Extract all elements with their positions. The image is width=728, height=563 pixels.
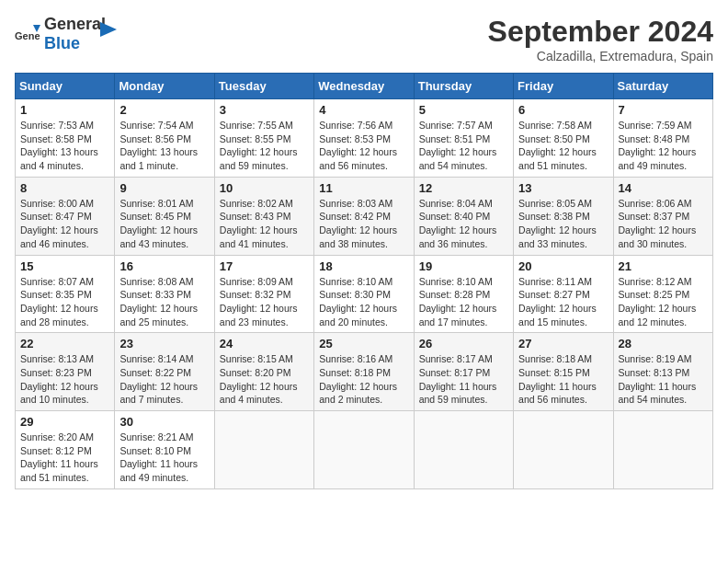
daylight-label: Daylight: 12 hours and 33 minutes. xyxy=(518,224,597,249)
title-block: September 2024 Calzadilla, Extremadura, … xyxy=(488,15,713,63)
sunset-label: Sunset: 8:25 PM xyxy=(619,289,690,300)
sunrise-label: Sunrise: 7:58 AM xyxy=(518,120,592,131)
day-info: Sunrise: 8:08 AM Sunset: 8:33 PM Dayligh… xyxy=(119,275,209,329)
daylight-label: Daylight: 12 hours and 41 minutes. xyxy=(220,224,298,249)
daylight-label: Daylight: 12 hours and 54 minutes. xyxy=(419,146,497,171)
day-info: Sunrise: 7:58 AM Sunset: 8:50 PM Dayligh… xyxy=(518,119,608,173)
month-title: September 2024 xyxy=(488,15,713,49)
day-number: 27 xyxy=(518,337,608,350)
sunset-label: Sunset: 8:17 PM xyxy=(419,367,491,378)
day-number: 23 xyxy=(119,337,209,350)
day-info: Sunrise: 8:18 AM Sunset: 8:15 PM Dayligh… xyxy=(518,352,608,407)
daylight-label: Daylight: 12 hours and 4 minutes. xyxy=(220,381,298,406)
calendar-cell: 18 Sunrise: 8:10 AM Sunset: 8:30 PM Dayl… xyxy=(314,255,414,333)
day-number: 3 xyxy=(220,103,309,117)
sunrise-label: Sunrise: 8:20 AM xyxy=(20,431,94,442)
sunrise-label: Sunrise: 8:18 AM xyxy=(518,353,592,364)
day-info: Sunrise: 8:03 AM Sunset: 8:42 PM Dayligh… xyxy=(319,197,408,251)
day-info: Sunrise: 8:10 AM Sunset: 8:30 PM Dayligh… xyxy=(319,275,408,329)
day-info: Sunrise: 8:07 AM Sunset: 8:35 PM Dayligh… xyxy=(20,275,109,329)
calendar-row: 8 Sunrise: 8:00 AM Sunset: 8:47 PM Dayli… xyxy=(16,177,713,255)
daylight-label: Daylight: 12 hours and 36 minutes. xyxy=(419,224,497,249)
day-number: 11 xyxy=(319,181,408,195)
day-number: 13 xyxy=(518,181,608,195)
calendar-cell: 20 Sunrise: 8:11 AM Sunset: 8:27 PM Dayl… xyxy=(514,255,613,333)
daylight-label: Daylight: 12 hours and 51 minutes. xyxy=(518,146,597,171)
sunrise-label: Sunrise: 8:21 AM xyxy=(119,431,193,442)
day-number: 14 xyxy=(619,181,708,195)
day-number: 25 xyxy=(319,337,408,350)
day-info: Sunrise: 8:12 AM Sunset: 8:25 PM Dayligh… xyxy=(619,275,708,329)
logo-blue-text: Blue xyxy=(44,34,80,52)
sunrise-label: Sunrise: 7:59 AM xyxy=(619,120,692,131)
day-number: 18 xyxy=(319,259,408,273)
day-number: 15 xyxy=(20,259,109,273)
sunset-label: Sunset: 8:53 PM xyxy=(319,133,391,144)
daylight-label: Daylight: 12 hours and 17 minutes. xyxy=(419,303,497,327)
sunset-label: Sunset: 8:30 PM xyxy=(319,289,391,300)
daylight-label: Daylight: 12 hours and 46 minutes. xyxy=(20,224,98,249)
sunset-label: Sunset: 8:40 PM xyxy=(419,211,491,222)
sunrise-label: Sunrise: 7:53 AM xyxy=(20,120,94,131)
location: Calzadilla, Extremadura, Spain xyxy=(488,49,713,63)
daylight-label: Daylight: 12 hours and 10 minutes. xyxy=(20,381,98,406)
daylight-label: Daylight: 11 hours and 54 minutes. xyxy=(619,381,697,406)
calendar-cell: 10 Sunrise: 8:02 AM Sunset: 8:43 PM Dayl… xyxy=(214,177,313,255)
day-info: Sunrise: 7:57 AM Sunset: 8:51 PM Dayligh… xyxy=(419,119,508,173)
sunset-label: Sunset: 8:35 PM xyxy=(20,289,92,300)
col-tuesday: Tuesday xyxy=(214,74,313,99)
calendar-cell: 5 Sunrise: 7:57 AM Sunset: 8:51 PM Dayli… xyxy=(414,99,513,178)
daylight-label: Daylight: 13 hours and 1 minute. xyxy=(119,146,198,171)
col-wednesday: Wednesday xyxy=(314,74,414,99)
sunset-label: Sunset: 8:23 PM xyxy=(20,367,92,378)
calendar-cell: 23 Sunrise: 8:14 AM Sunset: 8:22 PM Dayl… xyxy=(115,333,214,411)
calendar-cell: 26 Sunrise: 8:17 AM Sunset: 8:17 PM Dayl… xyxy=(414,333,513,411)
sunset-label: Sunset: 8:58 PM xyxy=(20,133,92,144)
sunrise-label: Sunrise: 7:56 AM xyxy=(319,120,392,131)
calendar-row: 1 Sunrise: 7:53 AM Sunset: 8:58 PM Dayli… xyxy=(16,99,713,178)
sunrise-label: Sunrise: 8:00 AM xyxy=(20,198,94,209)
daylight-label: Daylight: 11 hours and 56 minutes. xyxy=(518,381,597,406)
day-info: Sunrise: 8:19 AM Sunset: 8:13 PM Dayligh… xyxy=(619,352,708,407)
calendar-row: 22 Sunrise: 8:13 AM Sunset: 8:23 PM Dayl… xyxy=(16,333,713,411)
day-info: Sunrise: 7:55 AM Sunset: 8:55 PM Dayligh… xyxy=(220,119,309,173)
sunrise-label: Sunrise: 8:16 AM xyxy=(319,353,392,364)
sunset-label: Sunset: 8:56 PM xyxy=(119,133,191,144)
calendar-cell: 11 Sunrise: 8:03 AM Sunset: 8:42 PM Dayl… xyxy=(314,177,414,255)
day-number: 9 xyxy=(119,181,209,195)
day-info: Sunrise: 8:16 AM Sunset: 8:18 PM Dayligh… xyxy=(319,352,408,407)
daylight-label: Daylight: 12 hours and 49 minutes. xyxy=(619,146,697,171)
sunrise-label: Sunrise: 7:57 AM xyxy=(419,120,493,131)
calendar-cell: 27 Sunrise: 8:18 AM Sunset: 8:15 PM Dayl… xyxy=(514,333,613,411)
daylight-label: Daylight: 12 hours and 56 minutes. xyxy=(319,146,397,171)
day-info: Sunrise: 8:14 AM Sunset: 8:22 PM Dayligh… xyxy=(119,352,209,407)
sunset-label: Sunset: 8:45 PM xyxy=(119,211,191,222)
calendar-cell: 2 Sunrise: 7:54 AM Sunset: 8:56 PM Dayli… xyxy=(115,99,214,178)
calendar-cell: 13 Sunrise: 8:05 AM Sunset: 8:38 PM Dayl… xyxy=(514,177,613,255)
daylight-label: Daylight: 12 hours and 43 minutes. xyxy=(119,224,198,249)
day-number: 1 xyxy=(20,103,109,117)
day-number: 26 xyxy=(419,337,508,350)
sunset-label: Sunset: 8:42 PM xyxy=(319,211,391,222)
sunset-label: Sunset: 8:18 PM xyxy=(319,367,391,378)
calendar-cell: 4 Sunrise: 7:56 AM Sunset: 8:53 PM Dayli… xyxy=(314,99,414,178)
calendar-cell: 12 Sunrise: 8:04 AM Sunset: 8:40 PM Dayl… xyxy=(414,177,513,255)
day-info: Sunrise: 8:13 AM Sunset: 8:23 PM Dayligh… xyxy=(20,352,109,407)
logo-flag-icon xyxy=(100,22,117,42)
sunset-label: Sunset: 8:38 PM xyxy=(518,211,590,222)
calendar-row: 29 Sunrise: 8:20 AM Sunset: 8:12 PM Dayl… xyxy=(16,411,713,489)
calendar-cell: 15 Sunrise: 8:07 AM Sunset: 8:35 PM Dayl… xyxy=(16,255,115,333)
calendar-cell: 8 Sunrise: 8:00 AM Sunset: 8:47 PM Dayli… xyxy=(16,177,115,255)
sunset-label: Sunset: 8:32 PM xyxy=(220,289,291,300)
sunrise-label: Sunrise: 8:12 AM xyxy=(619,276,692,287)
calendar-cell: 17 Sunrise: 8:09 AM Sunset: 8:32 PM Dayl… xyxy=(214,255,313,333)
day-info: Sunrise: 8:04 AM Sunset: 8:40 PM Dayligh… xyxy=(419,197,508,251)
daylight-label: Daylight: 11 hours and 49 minutes. xyxy=(119,458,198,483)
daylight-label: Daylight: 12 hours and 12 minutes. xyxy=(619,303,697,327)
col-saturday: Saturday xyxy=(613,74,712,99)
day-number: 29 xyxy=(20,415,109,429)
sunset-label: Sunset: 8:12 PM xyxy=(20,445,92,456)
day-number: 4 xyxy=(319,103,408,117)
calendar-cell: 21 Sunrise: 8:12 AM Sunset: 8:25 PM Dayl… xyxy=(613,255,712,333)
daylight-label: Daylight: 12 hours and 2 minutes. xyxy=(319,381,397,406)
